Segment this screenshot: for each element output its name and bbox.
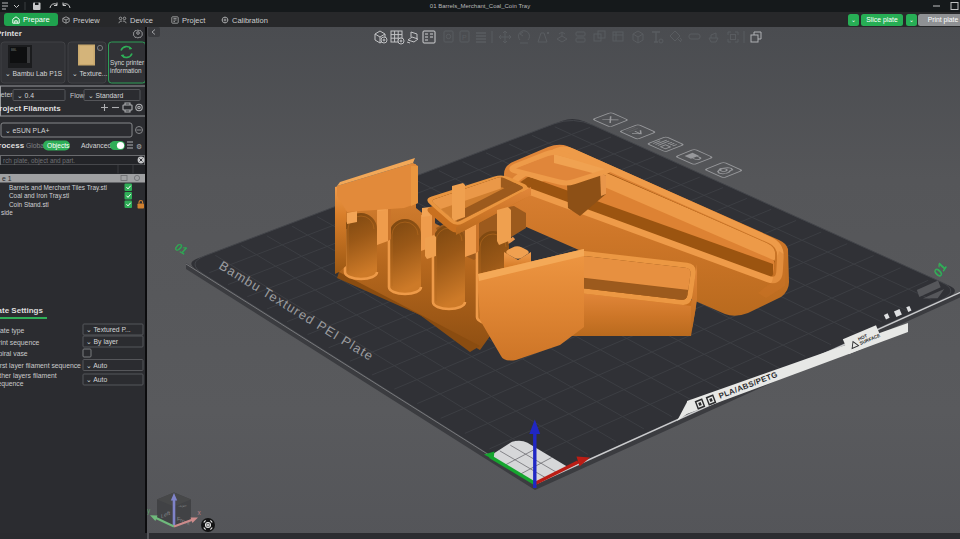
svg-text:Plate Settings: Plate Settings xyxy=(0,306,43,315)
svg-text:Spiral vase: Spiral vase xyxy=(0,350,28,358)
svg-text:e 1: e 1 xyxy=(2,175,12,182)
svg-text:⌄ Auto: ⌄ Auto xyxy=(86,362,107,369)
svg-text:⌄ Bambu Lab P1S: ⌄ Bambu Lab P1S xyxy=(5,70,63,77)
svg-text:⌄ By layer: ⌄ By layer xyxy=(86,338,119,346)
svg-text:Project Filaments: Project Filaments xyxy=(0,104,61,113)
svg-text:⌄ 0.4: ⌄ 0.4 xyxy=(17,92,34,99)
svg-text:Flow: Flow xyxy=(70,92,84,99)
svg-text:⚙: ⚙ xyxy=(136,143,142,150)
svg-text:Other layers filament: Other layers filament xyxy=(0,372,57,380)
svg-text:rch plate, object and part.: rch plate, object and part. xyxy=(3,157,75,165)
svg-text:⌄ Standard: ⌄ Standard xyxy=(88,92,123,99)
svg-text:sequence: sequence xyxy=(0,380,24,388)
svg-text:i: i xyxy=(99,46,100,51)
svg-text:⌄ Textured P...: ⌄ Textured P... xyxy=(86,326,131,333)
svg-text:Print sequence: Print sequence xyxy=(0,339,40,347)
svg-text:01 Barrels_Merchant_Coal_Coin: 01 Barrels_Merchant_Coal_Coin Tray xyxy=(430,3,530,9)
svg-text:Advanced: Advanced xyxy=(81,142,111,149)
svg-text:Barrels and Merchant Tiles Tra: Barrels and Merchant Tiles Tray.stl xyxy=(9,184,107,192)
svg-text:⌄ Auto: ⌄ Auto xyxy=(86,376,107,383)
svg-text:Process: Process xyxy=(0,141,25,150)
svg-text:information: information xyxy=(110,67,142,74)
svg-text:Coal and Iron Tray.stl: Coal and Iron Tray.stl xyxy=(9,192,69,200)
svg-text:diameter: diameter xyxy=(0,91,13,98)
svg-text:Printer: Printer xyxy=(0,29,22,38)
svg-text:side: side xyxy=(1,209,13,216)
svg-text:Objects: Objects xyxy=(47,142,70,150)
svg-text:Plate type: Plate type xyxy=(0,327,24,335)
svg-text:Coin Stand.stl: Coin Stand.stl xyxy=(9,201,49,208)
svg-text:⌄ eSUN PLA+: ⌄ eSUN PLA+ xyxy=(5,127,49,134)
svg-text:P: P xyxy=(462,34,467,41)
svg-text:⌄ Texture...: ⌄ Texture... xyxy=(72,70,108,77)
svg-text:BBL: BBL xyxy=(11,48,17,52)
svg-text:First layer filament sequence: First layer filament sequence xyxy=(0,362,81,370)
